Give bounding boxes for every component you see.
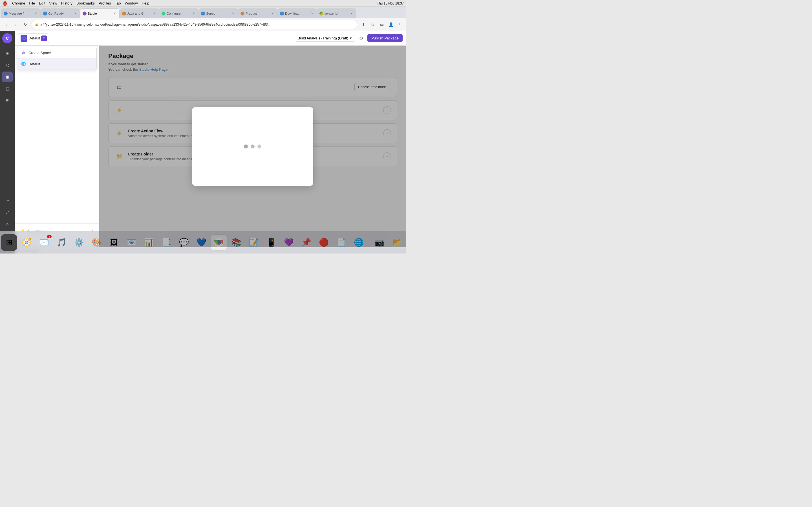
tab-bar: Message fr ✕ Get Ready ✕ Studio ✕ Java a… [0, 7, 406, 18]
dock-mail-badge: 2 [47, 235, 52, 238]
sidebar-gifts-icon[interactable]: ⊡ [2, 83, 13, 94]
tab-close[interactable]: ✕ [349, 11, 354, 16]
tab-label: Java and G [127, 12, 151, 15]
tab-close[interactable]: ✕ [34, 11, 38, 16]
sidebar-list-icon[interactable]: ≡ [2, 95, 13, 106]
menu-tab[interactable]: Tab [115, 1, 121, 5]
tab-close[interactable]: ✕ [192, 11, 196, 16]
celonis-logo-icon[interactable]: C [2, 33, 12, 43]
tab-configure[interactable]: Configure - ✕ [159, 8, 199, 18]
tab-favicon [241, 11, 245, 15]
address-bar: ‹ › ↻ 🔒 a77yqhzo-2023-11-16.training.cel… [0, 18, 406, 31]
content-header: 🌐 Default ▾ Build Analysis (Training) (D… [15, 31, 406, 46]
tab-favicon [280, 11, 284, 15]
loading-dot-2 [251, 145, 255, 149]
loading-dot-3 [257, 145, 261, 149]
menu-bar-left: 🍎 Chrome File Edit View History Bookmark… [2, 1, 149, 6]
dock-launchpad[interactable]: ⊞ [1, 234, 17, 251]
sidebar-analytics-icon[interactable]: ◎ [2, 60, 13, 70]
dock-music[interactable]: 🎵 [53, 234, 70, 251]
tab-favicon [122, 11, 126, 15]
tab-label: Product - [246, 12, 269, 15]
tab-close[interactable]: ✕ [152, 11, 156, 16]
dock-mail[interactable]: ✉️ 2 [36, 234, 52, 251]
tab-javascript[interactable]: javascript ✕ [317, 8, 356, 18]
default-space-icon: 🌐 [20, 61, 26, 67]
sidebar-dashboard-icon[interactable]: ⊞ [2, 48, 13, 59]
tab-studio[interactable]: Studio ✕ [80, 8, 119, 18]
build-analysis-label: Build Analysis (Training) (Draft) [298, 36, 348, 40]
space-globe-icon: 🌐 [20, 35, 28, 42]
menu-chrome[interactable]: Chrome [12, 1, 25, 5]
sidebar-search-icon[interactable]: ⌕ [2, 219, 13, 229]
dock-system-prefs[interactable]: ⚙️ [71, 234, 87, 251]
menu-view[interactable]: View [49, 1, 57, 5]
menu-edit[interactable]: Edit [39, 1, 45, 5]
tab-favicon [161, 11, 165, 15]
loading-modal-box [192, 107, 313, 186]
tab-close[interactable]: ✕ [112, 11, 117, 16]
create-space-item[interactable]: ⊕ Create Space [17, 47, 96, 58]
default-space-item[interactable]: 🌐 Default [17, 58, 96, 69]
tab-close[interactable]: ✕ [310, 11, 314, 16]
tab-support[interactable]: Support - ✕ [199, 8, 238, 18]
create-space-label: Create Space [29, 51, 51, 55]
refresh-button[interactable]: ↻ [21, 20, 29, 29]
menu-bar-right: Thu 16 Nov 18:37 [377, 1, 404, 5]
create-space-icon: ⊕ [20, 50, 26, 55]
tab-label: Configure - [167, 12, 190, 15]
tab-java[interactable]: Java and G ✕ [119, 8, 159, 18]
menu-file[interactable]: File [29, 1, 35, 5]
sidebar-toggle[interactable]: ▭ [378, 20, 386, 29]
menu-bookmarks[interactable]: Bookmarks [77, 1, 95, 5]
main-content: Package If you want to get started. You … [99, 46, 406, 247]
dropdown-toggle[interactable]: ▾ [41, 36, 47, 41]
lock-icon: 🔒 [35, 22, 39, 26]
tab-message-fr[interactable]: Message fr ✕ [1, 8, 41, 18]
share-icon[interactable]: ⬆ [360, 20, 368, 29]
forward-button[interactable]: › [12, 20, 20, 29]
tab-close[interactable]: ✕ [73, 11, 78, 16]
url-text: a77yqhzo-2023-11-16.training.celonis.clo… [40, 22, 354, 26]
tab-close[interactable]: ✕ [231, 11, 236, 16]
default-space-label: Default [29, 62, 40, 66]
menu-bar: 🍎 Chrome File Edit View History Bookmark… [0, 0, 406, 7]
settings-icon[interactable]: ⚙ [357, 34, 365, 42]
build-analysis-selector[interactable]: Build Analysis (Training) (Draft) ▾ [295, 35, 355, 42]
menu-history[interactable]: History [61, 1, 72, 5]
bookmark-icon[interactable]: ☆ [369, 20, 377, 29]
back-button[interactable]: ‹ [2, 20, 10, 29]
main-wrapper: 🌐 Default ▾ Build Analysis (Training) (D… [15, 31, 406, 253]
menu-profiles[interactable]: Profiles [99, 1, 111, 5]
apple-menu[interactable]: 🍎 [2, 1, 7, 6]
left-nav-panel: ⊕ Create Space 🌐 Default ⚡ Automation [15, 46, 99, 247]
tab-close[interactable]: ✕ [270, 11, 275, 16]
tab-get-ready[interactable]: Get Ready ✕ [41, 8, 80, 18]
more-options-icon[interactable]: ⋮ [396, 20, 404, 29]
tab-product[interactable]: Product - ✕ [238, 8, 277, 18]
dock-safari[interactable]: 🧭 [18, 234, 35, 251]
tab-download[interactable]: Download ✕ [277, 8, 317, 18]
url-bar[interactable]: 🔒 a77yqhzo-2023-11-16.training.celonis.c… [31, 20, 358, 29]
loading-dot-1 [244, 145, 248, 149]
tab-label: Download [285, 12, 309, 15]
space-dropdown-menu: ⊕ Create Space 🌐 Default [17, 47, 97, 70]
sidebar-studio-icon[interactable]: ▣ [2, 71, 13, 82]
new-tab-button[interactable]: + [357, 10, 365, 18]
loading-dots [244, 145, 261, 149]
tab-label: Studio [88, 12, 111, 15]
menu-help[interactable]: Help [142, 1, 149, 5]
profile-icon[interactable]: 👤 [387, 20, 395, 29]
publish-package-button[interactable]: Publish Package [367, 34, 403, 42]
sidebar-filters-icon[interactable]: ⇌ [2, 207, 13, 217]
space-selector[interactable]: 🌐 Default ▾ [18, 34, 49, 43]
space-name: Default [29, 36, 40, 40]
tab-label: javascript [324, 12, 348, 15]
tab-favicon [319, 11, 323, 15]
tab-label: Message fr [9, 12, 33, 15]
menu-window[interactable]: Window [124, 1, 138, 5]
toolbar-icons: ⬆ ☆ ▭ 👤 ⋮ [360, 20, 404, 29]
content-body: ⊕ Create Space 🌐 Default ⚡ Automation [15, 46, 406, 247]
sidebar-dots-icon[interactable]: ··· [2, 195, 13, 206]
tab-favicon [4, 11, 8, 15]
